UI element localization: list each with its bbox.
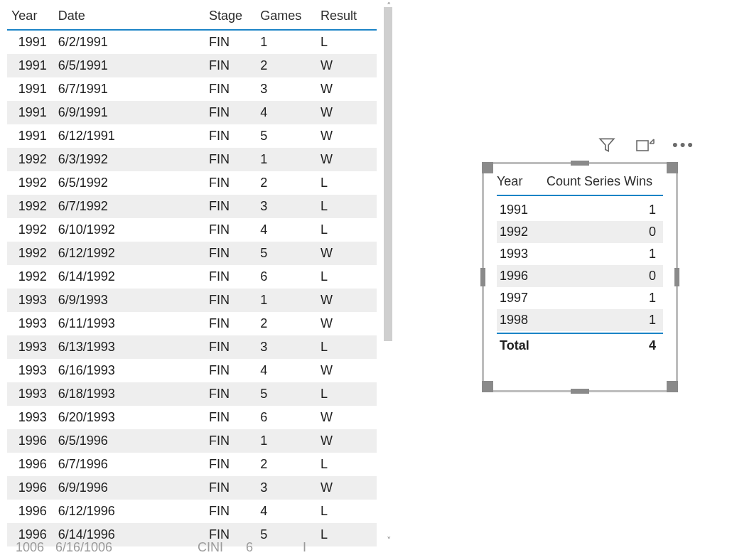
table-row[interactable]: 19981 [497,309,663,331]
table-row[interactable]: 19966/5/1996FIN1W [7,429,377,453]
cell-date: 6/14/1992 [54,265,205,289]
cell-date: 6/7/1992 [54,195,205,218]
focus-mode-icon[interactable] [635,135,655,155]
resize-handle-top[interactable] [571,161,589,166]
cell-games: 2 [256,54,316,77]
resize-handle-left[interactable] [480,268,485,286]
cell-year: 1993 [7,406,54,429]
cell-year: 1991 [7,31,54,54]
cell-year: 1997 [500,291,549,306]
cell-stage: FIN [205,289,256,312]
table-row[interactable]: 19911 [497,199,663,221]
cell-stage: FIN [205,171,256,195]
col-header-games[interactable]: Games [256,6,316,29]
cell-date: 6/20/1993 [54,406,205,429]
total-row: Total 4 [497,334,663,355]
table-row[interactable]: 19926/5/1992FIN2L [7,171,377,195]
cell-stage: FIN [205,265,256,289]
resize-handle-bottom-right[interactable] [667,381,678,392]
col-header-date[interactable]: Date [54,6,205,29]
cell-result: W [316,476,377,500]
more-options-icon[interactable]: ••• [674,135,694,155]
games-table-visual[interactable]: Year Date Stage Games Result 19916/2/199… [7,6,377,546]
series-wins-visual[interactable]: Year Count Series Wins 19911199201993119… [482,162,678,392]
cell-stage: FIN [205,124,256,148]
cell-result: W [316,312,377,335]
table-row[interactable]: 19936/20/1993FIN6W [7,406,377,429]
table-row[interactable]: 19920 [497,221,663,243]
cell-year: 1992 [7,148,54,171]
scroll-down-arrow-icon[interactable]: ˅ [384,536,394,546]
cell-year: 1996 [7,429,54,453]
resize-handle-top-left[interactable] [482,162,493,173]
resize-handle-bottom[interactable] [571,389,589,394]
table-row[interactable]: 19936/9/1993FIN1W [7,289,377,312]
table-row[interactable]: 19966/12/1996FIN4L [7,500,377,523]
cell-result: W [316,406,377,429]
cell-year: 1996 [500,269,549,284]
cell-games: 6 [256,406,316,429]
table-row[interactable]: 19916/7/1991FIN3W [7,77,377,101]
cell-result: W [316,242,377,265]
table-row[interactable]: 19936/11/1993FIN2W [7,312,377,335]
col-header-count[interactable]: Count Series Wins [547,174,663,189]
table-row[interactable]: 19966/7/1996FIN2L [7,453,377,476]
table-row[interactable]: 19936/13/1993FIN3L [7,335,377,359]
table-row[interactable]: 19936/16/1993FIN4W [7,359,377,382]
total-value: 4 [549,338,660,353]
resize-handle-top-right[interactable] [667,162,678,173]
cutoff-games: 6 [242,540,298,555]
cell-games: 1 [256,429,316,453]
table-row[interactable]: 19916/12/1991FIN5W [7,124,377,148]
cell-stage: FIN [205,195,256,218]
cell-year: 1992 [7,218,54,242]
cell-result: W [316,148,377,171]
table-row[interactable]: 19936/18/1993FIN5L [7,382,377,406]
table-row[interactable]: 19960 [497,265,663,287]
cell-stage: FIN [205,242,256,265]
visual-toolbar: ••• [597,135,694,155]
cell-year: 1993 [7,359,54,382]
cell-year: 1992 [500,225,549,239]
table-row[interactable]: 19926/12/1992FIN5W [7,242,377,265]
table-row[interactable]: 19926/3/1992FIN1W [7,148,377,171]
cell-date: 6/9/1993 [54,289,205,312]
col-header-result[interactable]: Result [316,6,377,29]
cell-games: 4 [256,359,316,382]
table-row[interactable]: 19926/14/1992FIN6L [7,265,377,289]
cell-year: 1991 [7,124,54,148]
col-header-year[interactable]: Year [497,174,547,189]
table-row[interactable]: 19971 [497,287,663,309]
table-row[interactable]: 19966/9/1996FIN3W [7,476,377,500]
scrollbar-thumb[interactable] [384,7,392,341]
cell-year: 1991 [7,101,54,124]
games-table-header-row: Year Date Stage Games Result [7,6,377,29]
cell-date: 6/11/1993 [54,312,205,335]
table-row[interactable]: 19916/2/1991FIN1L [7,31,377,54]
filter-icon[interactable] [597,135,617,155]
col-header-year[interactable]: Year [7,6,54,29]
col-header-stage[interactable]: Stage [205,6,256,29]
table-row[interactable]: 19916/9/1991FIN4W [7,101,377,124]
cell-games: 3 [256,77,316,101]
cell-result: L [316,195,377,218]
cell-result: L [316,171,377,195]
table-row[interactable]: 19926/10/1992FIN4L [7,218,377,242]
cell-result: W [316,429,377,453]
cell-stage: FIN [205,500,256,523]
table-row[interactable]: 19931 [497,243,663,265]
cell-date: 6/16/1993 [54,359,205,382]
resize-handle-right[interactable] [674,268,679,286]
resize-handle-bottom-left[interactable] [482,381,493,392]
cell-year: 1993 [7,289,54,312]
cell-year: 1996 [7,500,54,523]
cell-year: 1991 [7,77,54,101]
table-row[interactable]: 19926/7/1992FIN3L [7,195,377,218]
cell-count: 0 [549,269,660,284]
cell-stage: FIN [205,476,256,500]
cell-games: 2 [256,171,316,195]
cell-year: 1992 [7,195,54,218]
cell-games: 2 [256,312,316,335]
table-row[interactable]: 19916/5/1991FIN2W [7,54,377,77]
cell-games: 3 [256,335,316,359]
